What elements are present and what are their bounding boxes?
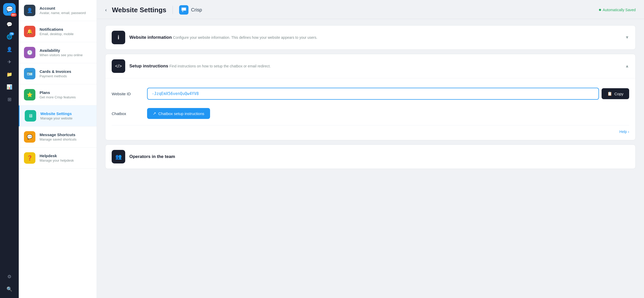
sidebar-item-website-settings[interactable]: 🖥 Website Settings Manage your website [19,105,97,126]
header-divider [173,6,173,14]
brand-name: Crisp [191,7,202,13]
help-arrow: › [628,130,629,134]
brand-icon [179,5,188,15]
nav-settings[interactable]: ⚙ [4,271,15,282]
chatbox-row: Chatbox ↗ Chatbox setup instructions [112,104,629,123]
nav-dashboard[interactable]: ⊞ [4,94,15,105]
back-button[interactable]: ‹ [105,7,107,13]
analytics-icon: 📊 [7,84,12,90]
conversations-icon: 💬 [7,22,12,27]
saved-text: Automatically Saved [603,8,636,12]
chatbox-setup-button[interactable]: ↗ Chatbox setup instructions [147,108,210,119]
chatbox-label: Chatbox [112,111,143,116]
brand-info: Crisp [179,5,202,15]
sidebar-item-account[interactable]: 👤 Account Avatar, name, email, password [19,0,97,21]
copy-label: Copy [614,92,623,96]
files-icon: 📁 [7,72,12,77]
copy-icon: 📋 [607,91,612,96]
account-subtitle: Avatar, name, email, password [40,11,86,15]
settings-icon: ⚙ [7,274,11,280]
cards-title: Cards & Invoices [40,69,71,74]
website-id-input[interactable] [147,88,599,100]
plans-title: Plans [40,90,76,95]
setup-instructions-chevron: ▲ [625,64,629,68]
setup-instructions-title: Setup instructions [129,64,168,68]
cards-subtitle: Payment methods [40,74,71,78]
sidebar-item-plans[interactable]: ⭐ Plans Get more Crisp features [19,84,97,105]
notification-badge: 99+ [11,13,17,17]
dashboard-icon: ⊞ [8,97,11,102]
website-settings-title: Website Settings [40,111,73,116]
message-shortcuts-icon: 💬 [24,131,35,143]
operators-section: 👥 Operators in the team [105,144,636,169]
operators-icon: 👥 [112,150,125,163]
nav-analytics[interactable]: 📊 [4,81,15,93]
help-link-container: Help › [112,125,629,134]
globe-badge: 79 [9,32,14,35]
sidebar-item-availability[interactable]: 🕐 Availability When visitors see you onl… [19,42,97,63]
sidebar: 👤 Account Avatar, name, email, password … [19,0,97,298]
nav-globe[interactable]: 🌐 79 [4,31,15,43]
nav-send[interactable]: ✈ [4,56,15,68]
website-info-section: i Website information Configure your web… [105,25,636,50]
app-logo[interactable]: 💬 99+ [3,3,16,16]
svg-rect-2 [182,11,183,12]
contacts-icon: 👤 [7,47,12,52]
nav-contacts[interactable]: 👤 [4,44,15,55]
website-settings-subtitle: Manage your website [40,116,73,120]
icon-bar: 💬 99+ 💬 🌐 79 👤 ✈ 📁 📊 ⊞ ⚙ 🔍 [0,0,19,298]
cards-icon: 🪪 [24,68,35,79]
availability-icon: 🕐 [24,47,35,58]
nav-search[interactable]: 🔍 [4,283,15,295]
operators-header[interactable]: 👥 Operators in the team [105,145,635,169]
auto-saved-status: Automatically Saved [599,8,636,12]
chatbox-button-label: Chatbox setup instructions [158,111,204,116]
page-header: ‹ Website Settings Crisp Automatically S… [97,0,644,19]
nav-files[interactable]: 📁 [4,69,15,80]
availability-title: Availability [40,48,83,53]
page-title: Website Settings [112,6,166,14]
operators-title: Operators in the team [129,154,175,159]
website-id-row: Website ID 📋 Copy [112,84,629,104]
account-title: Account [40,6,86,10]
setup-instructions-header[interactable]: </> Setup instructions Find instructions… [105,54,635,78]
account-icon: 👤 [24,5,35,16]
helpdesk-title: Helpdesk [40,154,74,158]
search-icon: 🔍 [7,286,12,292]
helpdesk-subtitle: Manage your helpdesk [40,158,74,162]
sidebar-item-cards-invoices[interactable]: 🪪 Cards & Invoices Payment methods [19,63,97,84]
sidebar-item-helpdesk[interactable]: ❓ Helpdesk Manage your helpdesk [19,148,97,169]
setup-instructions-icon: </> [112,59,125,73]
sidebar-item-notifications[interactable]: 🔔 Notifications Email, desktop, mobile [19,21,97,42]
website-info-chevron: ▼ [625,35,629,40]
nav-conversations[interactable]: 💬 [4,19,15,30]
availability-subtitle: When visitors see you online [40,53,83,57]
website-settings-icon: 🖥 [25,110,36,122]
notifications-title: Notifications [40,27,74,31]
setup-instructions-body: Website ID 📋 Copy Chatbox ↗ Chatbox s [105,78,635,140]
setup-instructions-section: </> Setup instructions Find instructions… [105,54,636,140]
plans-subtitle: Get more Crisp features [40,95,76,99]
help-link[interactable]: Help › [620,130,629,134]
website-id-label: Website ID [112,92,143,96]
message-shortcuts-title: Message Shortcuts [40,132,77,137]
notifications-subtitle: Email, desktop, mobile [40,32,74,36]
message-shortcuts-subtitle: Manage saved shortcuts [40,137,77,141]
plans-icon: ⭐ [24,89,35,100]
saved-dot [599,9,601,11]
website-info-title: Website information [129,35,172,40]
website-id-input-group: 📋 Copy [147,88,629,100]
help-text: Help [620,130,627,134]
copy-button[interactable]: 📋 Copy [602,88,629,99]
website-info-subtitle: Configure your website information. This… [173,35,318,40]
website-info-header[interactable]: i Website information Configure your web… [105,26,635,49]
notifications-icon: 🔔 [24,26,35,37]
svg-rect-1 [182,8,186,10]
sidebar-item-message-shortcuts[interactable]: 💬 Message Shortcuts Manage saved shortcu… [19,126,97,148]
content-area: i Website information Configure your web… [97,19,644,175]
setup-instructions-subtitle: Find instructions on how to setup the ch… [169,64,271,68]
external-link-icon: ↗ [153,111,156,116]
helpdesk-icon: ❓ [24,152,35,164]
main-content: ‹ Website Settings Crisp Automatically S… [97,0,644,298]
send-icon: ✈ [8,59,11,65]
